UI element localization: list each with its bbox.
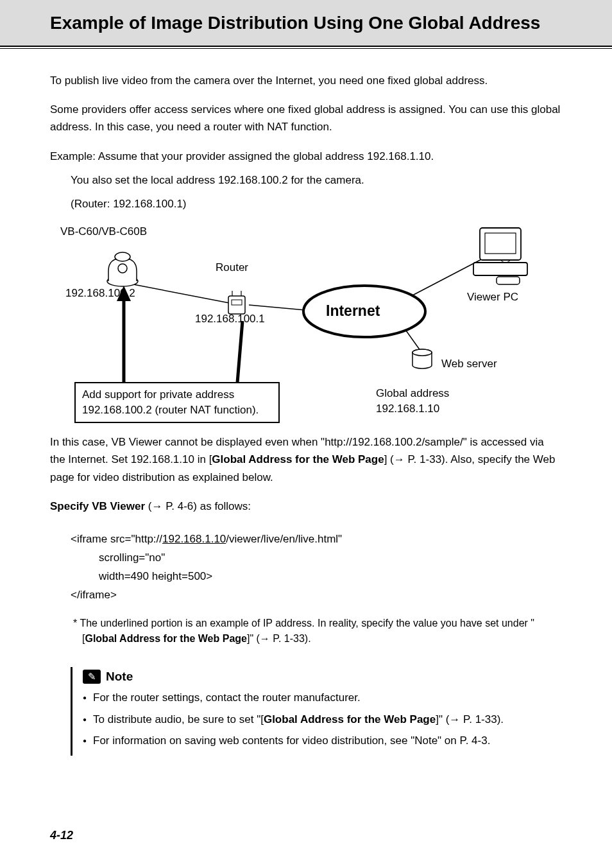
note-section: Note For the router settings, contact th… — [71, 667, 562, 756]
ast-c: ]" (→ P. 1-33). — [247, 633, 311, 644]
note-title-row: Note — [83, 670, 562, 684]
n2c: ]" (→ P. 1-33). — [436, 713, 504, 725]
specify-viewer-para: Specify VB Viewer (→ P. 4-6) as follows: — [50, 498, 562, 515]
viewer-pc-label: Viewer PC — [467, 291, 518, 304]
header-band: Example of Image Distribution Using One … — [0, 0, 612, 46]
example-local-addr: You also set the local address 192.168.1… — [71, 171, 562, 189]
example-intro: Example: Assume that your provider assig… — [50, 148, 562, 165]
global-addr-l1: Global address — [376, 387, 449, 399]
code-l1-ip: 192.168.1.10 — [162, 533, 226, 545]
global-addr-l2: 192.168.1.10 — [376, 403, 439, 415]
explain-para: In this case, VB Viewer cannot be displa… — [50, 433, 562, 486]
camera-ip-label: 192.168.100.2 — [65, 287, 135, 300]
asterisk-note: * The underlined portion is an example o… — [73, 616, 562, 647]
code-l4: </iframe> — [71, 589, 117, 601]
svg-point-9 — [115, 252, 130, 261]
svg-point-10 — [118, 264, 127, 273]
code-l1a: <iframe src="http:// — [71, 533, 162, 545]
router-ip-label: 192.168.100.1 — [195, 313, 265, 326]
explain-b: Global Address for the Web Page — [212, 453, 384, 465]
nat-note-l2: 192.168.100.2 (router NAT function). — [82, 404, 259, 416]
internet-label: Internet — [326, 302, 380, 320]
note-item-1: For the router settings, contact the rou… — [83, 689, 562, 706]
svg-line-0 — [133, 284, 233, 304]
n2a: To distribute audio, be sure to set "[ — [93, 713, 264, 725]
page-number: 4-12 — [50, 829, 73, 842]
svg-rect-20 — [497, 277, 520, 284]
code-l1b: /viewer/live/en/live.html" — [226, 533, 342, 545]
svg-rect-18 — [485, 233, 516, 254]
global-addr-label: Global address 192.168.1.10 — [376, 386, 449, 417]
intro-para-2: Some providers offer access services whe… — [50, 101, 562, 135]
specify-b: (→ P. 4-6) as follows: — [145, 500, 251, 512]
ast-b: Global Address for the Web Page — [85, 633, 247, 644]
iframe-code-block: <iframe src="http://192.168.1.10/viewer/… — [71, 530, 562, 605]
nat-note-l1: Add support for private address — [82, 388, 234, 401]
page-title: Example of Image Distribution Using One … — [50, 12, 562, 34]
svg-rect-19 — [473, 263, 527, 275]
camera-model-label: VB-C60/VB-C60B — [60, 225, 147, 238]
example-router-addr: (Router: 192.168.100.1) — [71, 195, 562, 213]
nat-note-box: Add support for private address 192.168.… — [74, 382, 280, 423]
n2b: Global Address for the Web Page — [264, 713, 436, 725]
svg-point-16 — [412, 349, 432, 356]
note-item-3: For information on saving web contents f… — [83, 732, 562, 749]
page-content: To publish live video from the camera ov… — [0, 49, 612, 756]
code-l1: <iframe src="http://192.168.1.10/viewer/… — [71, 533, 342, 545]
note-item-2: To distribute audio, be sure to set "[Gl… — [83, 711, 562, 728]
router-label: Router — [216, 261, 248, 274]
code-l3: width=490 height=500> — [71, 568, 562, 586]
web-server-label: Web server — [441, 358, 497, 370]
svg-rect-14 — [232, 300, 242, 305]
network-diagram: VB-C60/VB-C60B 192.168.100.2 Router 192.… — [50, 221, 563, 421]
note-title: Note — [106, 670, 133, 684]
note-list: For the router settings, contact the rou… — [83, 689, 562, 749]
specify-a: Specify VB Viewer — [50, 500, 145, 512]
code-l2: scrolling="no" — [71, 549, 562, 568]
note-icon — [83, 670, 101, 684]
intro-para-1: To publish live video from the camera ov… — [50, 72, 562, 89]
